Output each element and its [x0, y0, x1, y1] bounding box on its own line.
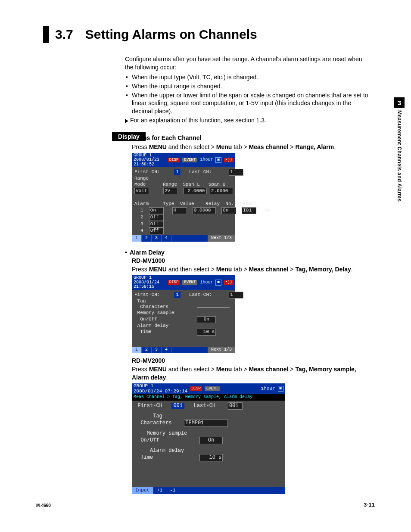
disp-icon: DISP [168, 158, 180, 162]
alarms-each-heading: •Alarms for Each Channel [125, 134, 371, 142]
section-header: 3.7 Setting Alarms on Channels [43, 26, 371, 43]
section-number: 3.7 [55, 27, 73, 42]
model-rd-mv1000: RD-MV1000 [125, 257, 371, 265]
screenshot-tag-memory-delay: GROUP 12008/01/24 21:59:15 DISP EVENT 1h… [132, 275, 235, 353]
sound-icon: •)) [224, 158, 234, 162]
intro-note: For an explanation of this function, see… [125, 116, 371, 124]
intro-text: Configure alarms after you have set the … [125, 55, 371, 72]
section-title: Setting Alarms on Channels [85, 27, 257, 42]
list-item: When the upper or lower limit of the spa… [125, 91, 371, 116]
alarm-delay-heading: •Alarm Delay [125, 249, 371, 257]
screenshot-range-alarm: GROUP 12008/01/23 21:58:52 DISP EVENT 1h… [132, 153, 235, 242]
display-badge: Display [112, 132, 146, 141]
camera-icon: ◙ [278, 386, 283, 392]
section-bar-icon [43, 26, 49, 43]
alarms-each-instruction: Press MENU and then select > Menu tab > … [125, 143, 371, 151]
sound-icon: •)) [224, 280, 234, 285]
footer-page-number: 3-11 [364, 501, 375, 508]
footer-doc-id: M-4660 [36, 503, 51, 508]
chapter-badge: 3 [394, 97, 405, 108]
pointer-icon [125, 119, 128, 123]
list-item: When the input range is changed. [125, 82, 371, 90]
side-tab: 3 Measurement Channels and Alarms [394, 97, 405, 261]
camera-icon: ◙ [215, 157, 221, 163]
breadcrumb: Meas channel > Tag, Memory sample, Alarm… [132, 394, 285, 401]
screenshot-tag-memory-sample-alarm-delay: GROUP 12008/01/24 07:29:14 DISP EVENT 1h… [132, 383, 285, 494]
chapter-label: Measurement Channels and Alarms [396, 110, 402, 202]
rd-mv1000-instruction: Press MENU and then select > Menu tab > … [125, 265, 371, 274]
rd-mv2000-instruction: Press MENU and then select > Menu tab > … [125, 365, 371, 382]
intro-bullets: When the input type (Volt, TC, etc.) is … [125, 73, 371, 115]
disp-icon: DISP [168, 280, 180, 285]
camera-icon: ◙ [215, 280, 221, 285]
model-rd-mv2000: RD-MV2000 [125, 357, 371, 365]
disp-icon: DISP [190, 386, 202, 391]
list-item: When the input type (Volt, TC, etc.) is … [125, 73, 371, 81]
